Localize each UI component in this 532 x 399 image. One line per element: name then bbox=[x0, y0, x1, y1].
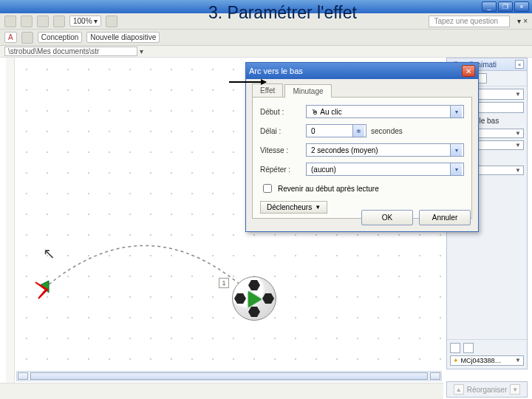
tab-effect[interactable]: Effet bbox=[252, 83, 283, 97]
reorder-bar: ▲ Réorganiser ▼ bbox=[446, 381, 528, 398]
delay-label: Délai : bbox=[260, 127, 306, 135]
help-search-input[interactable]: Tapez une question bbox=[429, 16, 510, 27]
play-button[interactable] bbox=[463, 343, 474, 353]
toolbar-format: A Conception Nouvelle diapositive bbox=[0, 30, 532, 46]
repeat-label: Répéter : bbox=[260, 166, 306, 174]
font-color-button[interactable]: A bbox=[4, 32, 17, 43]
design-button[interactable]: Conception bbox=[38, 32, 83, 43]
repeat-value: (aucun) bbox=[311, 166, 336, 174]
chevron-down-icon: ▾ bbox=[450, 144, 462, 156]
dialog-titlebar[interactable]: Arc vers le bas ✕ bbox=[246, 63, 478, 79]
zoom-select[interactable]: 100% ▾ bbox=[69, 16, 101, 27]
horizontal-scrollbar[interactable] bbox=[16, 371, 442, 381]
effect-dialog: Arc vers le bas ✕ Effet Minutage Début :… bbox=[245, 62, 479, 232]
delay-value: 0 bbox=[311, 127, 316, 135]
dialog-close-button[interactable]: ✕ bbox=[462, 65, 475, 77]
start-label: Début : bbox=[260, 108, 306, 116]
annotation-title: 3. Paramétrer l'effet bbox=[208, 3, 357, 23]
start-value: Au clic bbox=[320, 108, 341, 116]
speed-label: Vitesse : bbox=[260, 146, 306, 154]
vertical-ruler bbox=[6, 58, 15, 392]
dialog-tabs: Effet Minutage bbox=[252, 83, 472, 97]
rewind-checkbox[interactable] bbox=[263, 184, 272, 193]
cursor-icon: ↖ bbox=[43, 245, 55, 262]
reorder-down-button[interactable]: ▼ bbox=[510, 384, 520, 395]
toolbar-icon[interactable] bbox=[53, 16, 65, 27]
chevron-down-icon: ▾ bbox=[450, 106, 462, 117]
toolbar-icon[interactable] bbox=[21, 16, 33, 27]
start-combo[interactable]: 🖱 Au clic ▾ bbox=[306, 105, 464, 118]
scroll-right-button[interactable] bbox=[430, 372, 440, 380]
scroll-left-button[interactable] bbox=[18, 372, 28, 380]
scroll-thumb[interactable] bbox=[30, 372, 428, 380]
speed-value: 2 secondes (moyen) bbox=[311, 146, 378, 154]
zoom-value: 100% bbox=[73, 17, 92, 25]
path-bar: \strobud\Mes documents\str ▾ bbox=[0, 46, 532, 58]
triggers-button[interactable]: Déclencheurs ▼ bbox=[260, 201, 327, 214]
pane-close-icon[interactable]: × bbox=[515, 60, 524, 69]
window-close-button[interactable]: × bbox=[514, 1, 529, 12]
spinner-buttons-icon: ≑ bbox=[352, 125, 364, 137]
window-minimize-button[interactable]: _ bbox=[482, 1, 497, 12]
window-maximize-button[interactable]: ❐ bbox=[498, 1, 513, 12]
motion-path[interactable]: ↖ bbox=[38, 244, 260, 310]
tab-pane-timing: Début : 🖱 Au clic ▾ Délai : 0 ≑ secondes… bbox=[252, 97, 472, 219]
status-bar bbox=[0, 383, 443, 399]
triggers-label: Déclencheurs bbox=[267, 203, 312, 211]
delay-spinner[interactable]: 0 ≑ bbox=[306, 124, 366, 137]
rewind-label: Revenir au début après lecture bbox=[278, 185, 379, 193]
cancel-button[interactable]: Annuler bbox=[419, 210, 471, 225]
reorder-up-button[interactable]: ▲ bbox=[454, 384, 464, 395]
new-slide-button[interactable]: Nouvelle diapositive bbox=[86, 32, 160, 43]
toolbar-icon[interactable] bbox=[4, 16, 16, 27]
play-overlay-icon bbox=[248, 291, 262, 307]
chevron-down-icon: ▾ bbox=[450, 163, 462, 175]
dialog-title-text: Arc vers le bas bbox=[249, 66, 303, 75]
help-icon[interactable] bbox=[106, 16, 117, 27]
pane-footer: ✦ MCj043388…▼ bbox=[447, 339, 527, 369]
toolbar-icon[interactable] bbox=[37, 16, 49, 27]
animation-list-item[interactable]: ✦ MCj043388…▼ bbox=[450, 355, 524, 366]
reorder-label: Réorganiser bbox=[467, 386, 507, 394]
delay-unit: secondes bbox=[371, 127, 403, 135]
ok-button[interactable]: OK bbox=[361, 210, 413, 225]
speed-combo[interactable]: 2 secondes (moyen) ▾ bbox=[306, 143, 464, 157]
play-prev-button[interactable] bbox=[450, 343, 460, 353]
annotation-arrow bbox=[229, 81, 266, 83]
tab-timing[interactable]: Minutage bbox=[284, 84, 331, 98]
repeat-combo[interactable]: (aucun) ▾ bbox=[306, 163, 464, 176]
toolbar-icon[interactable] bbox=[21, 32, 33, 44]
animation-item-label: MCj043388… bbox=[461, 357, 502, 364]
path-field[interactable]: \strobud\Mes documents\str bbox=[4, 47, 137, 56]
animation-order-tag[interactable]: 1 bbox=[219, 278, 229, 288]
